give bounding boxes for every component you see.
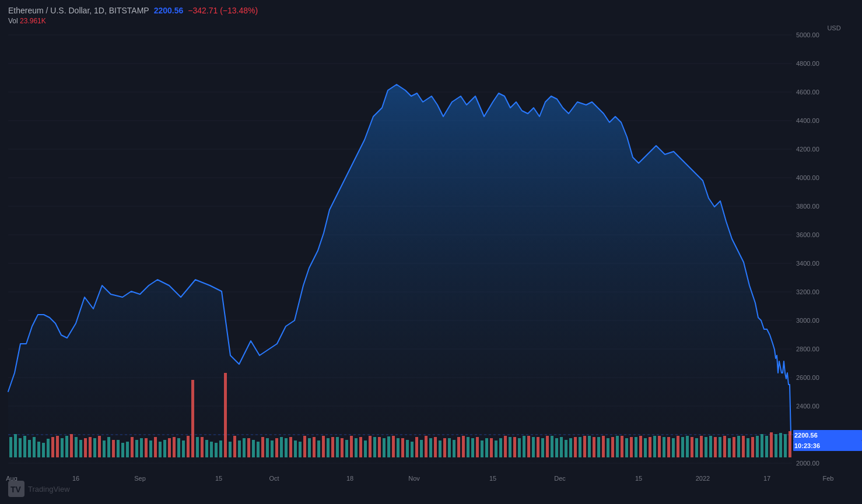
svg-text:3600.00: 3600.00 [796,231,819,238]
svg-text:Oct: Oct [269,475,279,482]
svg-rect-87 [532,437,535,457]
svg-text:Nov: Nov [408,475,420,482]
svg-rect-71 [406,440,409,457]
svg-rect-153 [425,436,428,457]
chart-container: ibrahimanif1 published on TradingView.co… [0,0,862,504]
svg-rect-55 [271,440,274,457]
svg-rect-58 [294,440,297,457]
svg-rect-172 [639,436,642,457]
svg-text:15: 15 [635,475,642,482]
svg-rect-96 [597,437,600,457]
svg-rect-117 [775,434,777,457]
svg-rect-41 [163,440,166,457]
svg-rect-129 [154,437,157,457]
svg-rect-76 [448,438,451,457]
svg-rect-182 [742,436,745,457]
svg-rect-162 [527,436,530,457]
svg-rect-54 [266,438,269,457]
svg-rect-49 [229,442,232,457]
brand-label: TradingView [28,485,70,494]
svg-rect-44 [196,437,199,457]
svg-text:4400.00: 4400.00 [796,117,819,124]
svg-rect-53 [257,442,260,457]
svg-text:5000.00: 5000.00 [796,31,819,38]
svg-rect-168 [602,436,605,457]
svg-rect-51 [243,438,246,457]
price-chart: 5000.00 4800.00 4600.00 4400.00 4200.00 … [0,0,862,504]
currency-label: USD [827,24,840,31]
svg-rect-136 [233,436,236,457]
svg-rect-89 [551,436,553,457]
svg-rect-64 [345,440,348,457]
svg-rect-177 [691,437,693,457]
svg-rect-176 [677,436,679,457]
svg-rect-170 [621,436,623,457]
svg-text:15: 15 [489,475,496,482]
svg-rect-135 [224,373,227,457]
svg-rect-62 [327,438,330,457]
svg-rect-73 [420,440,423,457]
svg-text:TV: TV [10,485,22,494]
svg-rect-107 [695,438,698,457]
svg-rect-123 [84,438,87,457]
svg-rect-166 [583,436,586,457]
svg-rect-152 [415,437,418,457]
svg-rect-37 [135,440,138,457]
svg-rect-18 [9,437,12,457]
svg-rect-36 [126,442,129,457]
svg-rect-65 [355,438,358,457]
svg-rect-82 [495,440,497,457]
svg-rect-101 [644,438,647,457]
svg-rect-84 [509,437,511,457]
svg-rect-125 [98,436,101,457]
svg-rect-148 [369,436,372,457]
svg-rect-124 [89,437,92,457]
svg-rect-63 [336,437,339,457]
svg-rect-159 [490,438,493,457]
svg-rect-80 [481,440,483,457]
svg-rect-144 [331,437,334,457]
svg-rect-90 [555,438,558,457]
svg-rect-27 [61,438,64,457]
svg-rect-91 [560,437,563,457]
svg-rect-130 [168,438,171,457]
svg-rect-111 [728,438,731,457]
svg-rect-22 [28,440,31,457]
svg-rect-98 [616,436,619,457]
svg-rect-133 [191,380,194,457]
svg-rect-134 [201,437,204,457]
svg-rect-52 [252,440,255,457]
svg-rect-86 [523,436,525,457]
svg-rect-29 [75,437,78,457]
svg-rect-106 [686,436,689,457]
svg-text:3000.00: 3000.00 [796,317,819,324]
svg-text:18: 18 [346,475,353,482]
svg-rect-110 [719,437,721,457]
svg-rect-169 [611,437,614,457]
svg-text:15: 15 [215,475,222,482]
svg-rect-119 [784,434,787,457]
svg-rect-138 [261,437,264,457]
svg-rect-127 [131,437,134,457]
svg-rect-85 [518,438,521,457]
svg-rect-114 [756,436,759,457]
svg-text:10:23:36: 10:23:36 [794,442,820,449]
svg-rect-154 [434,437,437,457]
svg-rect-48 [219,440,222,457]
svg-rect-147 [359,437,362,457]
svg-rect-57 [285,438,288,457]
svg-text:4200.00: 4200.00 [796,146,819,153]
svg-rect-70 [397,438,400,457]
pair-label: Ethereum / U.S. Dollar, 1D, BITSTAMP [8,6,149,15]
svg-rect-102 [653,436,656,457]
svg-text:2000.00: 2000.00 [796,460,819,467]
svg-text:17: 17 [763,475,770,482]
svg-rect-156 [457,437,460,457]
svg-rect-167 [593,437,595,457]
vol-label: Vol [8,17,18,25]
svg-rect-75 [439,440,441,457]
svg-rect-105 [681,437,684,457]
svg-rect-56 [280,437,283,457]
svg-text:4800.00: 4800.00 [796,60,819,67]
svg-rect-39 [149,440,152,457]
